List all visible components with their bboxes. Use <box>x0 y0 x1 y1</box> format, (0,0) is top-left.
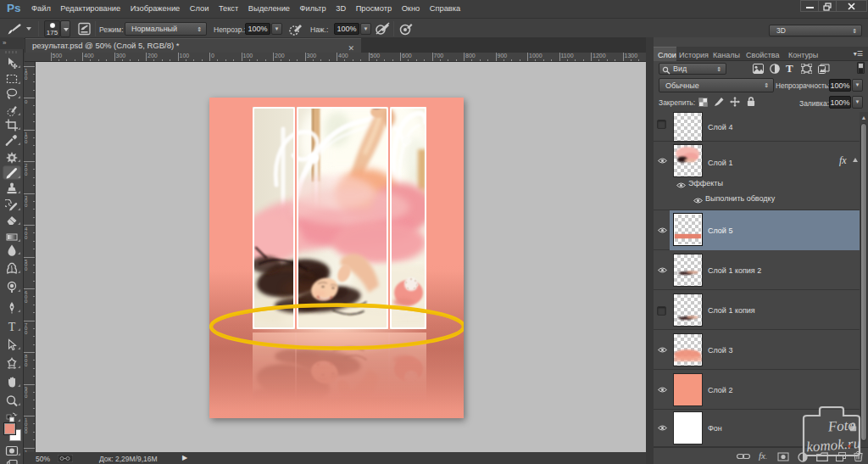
svg-text:T: T <box>8 321 16 333</box>
svg-text:Foto: Foto <box>826 416 855 434</box>
